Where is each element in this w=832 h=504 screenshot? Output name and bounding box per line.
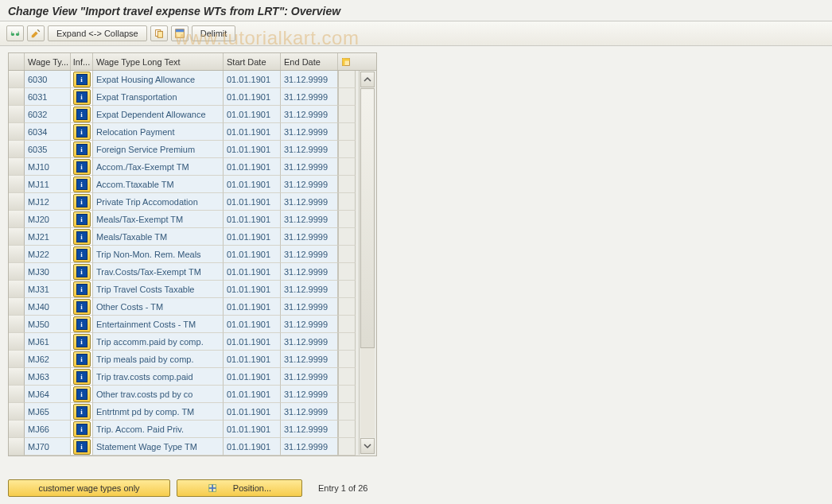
row-selector[interactable] [9, 281, 25, 298]
cell-long-text[interactable]: Accom.Ttaxable TM [93, 176, 224, 193]
cell-wage-type[interactable]: MJ12 [25, 193, 71, 211]
cell-start-date[interactable]: 01.01.1901 [224, 281, 281, 298]
cell-long-text[interactable]: Expat Housing Allowance [93, 71, 224, 88]
header-wage-type[interactable]: Wage Ty... [25, 53, 71, 70]
row-selector[interactable] [9, 386, 25, 403]
cell-long-text[interactable]: Other trav.costs pd by co [93, 386, 224, 403]
info-button[interactable]: i [73, 246, 91, 262]
row-selector[interactable] [9, 351, 25, 368]
position-button[interactable]: Position... [177, 479, 302, 497]
cell-long-text[interactable]: Meals/Taxable TM [93, 228, 224, 246]
info-button[interactable]: i [73, 351, 91, 367]
cell-wage-type[interactable]: MJ21 [25, 228, 71, 246]
cell-end-date[interactable]: 31.12.9999 [281, 421, 338, 438]
info-button[interactable]: i [73, 107, 91, 122]
cell-start-date[interactable]: 01.01.1901 [224, 386, 281, 403]
row-selector[interactable] [9, 211, 25, 228]
cell-end-date[interactable]: 31.12.9999 [281, 176, 338, 193]
info-button[interactable]: i [73, 439, 91, 455]
info-button[interactable]: i [73, 386, 91, 402]
info-button[interactable]: i [73, 142, 91, 157]
cell-end-date[interactable]: 31.12.9999 [281, 106, 338, 123]
cell-start-date[interactable]: 01.01.1901 [224, 316, 281, 333]
info-button[interactable]: i [73, 211, 91, 227]
cell-end-date[interactable]: 31.12.9999 [281, 71, 338, 88]
info-button[interactable]: i [73, 264, 91, 280]
copy-button[interactable] [150, 25, 168, 41]
cell-long-text[interactable]: Trip Non-Mon. Rem. Meals [93, 246, 224, 263]
vertical-scrollbar[interactable] [359, 71, 375, 455]
cell-long-text[interactable]: Entertainment Costs - TM [93, 316, 224, 333]
cell-long-text[interactable]: Trav.Costs/Tax-Exempt TM [93, 263, 224, 281]
cell-start-date[interactable]: 01.01.1901 [224, 263, 281, 281]
row-selector[interactable] [9, 368, 25, 386]
cell-start-date[interactable]: 01.01.1901 [224, 176, 281, 193]
cell-long-text[interactable]: Relocation Payment [93, 123, 224, 141]
header-start-date[interactable]: Start Date [224, 53, 281, 70]
cell-start-date[interactable]: 01.01.1901 [224, 211, 281, 228]
info-button[interactable]: i [73, 421, 91, 437]
cell-long-text[interactable]: Trip. Accom. Paid Priv. [93, 421, 224, 438]
header-config-button[interactable] [338, 53, 354, 70]
cell-wage-type[interactable]: MJ62 [25, 351, 71, 368]
header-long-text[interactable]: Wage Type Long Text [93, 53, 224, 70]
cell-wage-type[interactable]: MJ22 [25, 246, 71, 263]
cell-start-date[interactable]: 01.01.1901 [224, 141, 281, 158]
info-button[interactable]: i [73, 281, 91, 297]
cell-end-date[interactable]: 31.12.9999 [281, 403, 338, 421]
cell-wage-type[interactable]: MJ70 [25, 438, 71, 456]
cell-end-date[interactable]: 31.12.9999 [281, 333, 338, 351]
cell-long-text[interactable]: Other Costs - TM [93, 298, 224, 316]
row-selector[interactable] [9, 403, 25, 421]
row-selector[interactable] [9, 316, 25, 333]
cell-start-date[interactable]: 01.01.1901 [224, 106, 281, 123]
cell-wage-type[interactable]: MJ61 [25, 333, 71, 351]
scroll-down-button[interactable] [360, 438, 375, 454]
cell-end-date[interactable]: 31.12.9999 [281, 368, 338, 386]
row-selector[interactable] [9, 141, 25, 158]
scroll-up-button[interactable] [360, 72, 375, 87]
cell-wage-type[interactable]: 6031 [25, 88, 71, 106]
cell-wage-type[interactable]: MJ20 [25, 211, 71, 228]
cell-wage-type[interactable]: MJ64 [25, 386, 71, 403]
cell-wage-type[interactable]: MJ31 [25, 281, 71, 298]
row-selector[interactable] [9, 193, 25, 211]
cell-wage-type[interactable]: 6032 [25, 106, 71, 123]
cell-start-date[interactable]: 01.01.1901 [224, 228, 281, 246]
cell-start-date[interactable]: 01.01.1901 [224, 298, 281, 316]
cell-end-date[interactable]: 31.12.9999 [281, 316, 338, 333]
cell-start-date[interactable]: 01.01.1901 [224, 421, 281, 438]
cell-end-date[interactable]: 31.12.9999 [281, 158, 338, 176]
cell-start-date[interactable]: 01.01.1901 [224, 403, 281, 421]
info-button[interactable]: i [73, 159, 91, 175]
header-end-date[interactable]: End Date [281, 53, 338, 70]
row-selector[interactable] [9, 438, 25, 456]
select-button[interactable] [27, 25, 45, 41]
row-selector[interactable] [9, 298, 25, 316]
select-all-button[interactable] [171, 25, 189, 41]
cell-wage-type[interactable]: MJ65 [25, 403, 71, 421]
cell-start-date[interactable]: 01.01.1901 [224, 368, 281, 386]
info-button[interactable]: i [73, 404, 91, 420]
delimit-button[interactable]: Delimit [192, 25, 236, 41]
cell-start-date[interactable]: 01.01.1901 [224, 71, 281, 88]
cell-end-date[interactable]: 31.12.9999 [281, 298, 338, 316]
row-selector[interactable] [9, 176, 25, 193]
cell-long-text[interactable]: Trip accomm.paid by comp. [93, 333, 224, 351]
cell-wage-type[interactable]: MJ50 [25, 316, 71, 333]
header-select-all[interactable] [9, 53, 25, 70]
cell-start-date[interactable]: 01.01.1901 [224, 88, 281, 106]
row-selector[interactable] [9, 123, 25, 141]
row-selector[interactable] [9, 88, 25, 106]
cell-start-date[interactable]: 01.01.1901 [224, 351, 281, 368]
cell-long-text[interactable]: Meals/Tax-Exempt TM [93, 211, 224, 228]
cell-end-date[interactable]: 31.12.9999 [281, 211, 338, 228]
cell-end-date[interactable]: 31.12.9999 [281, 386, 338, 403]
cell-end-date[interactable]: 31.12.9999 [281, 123, 338, 141]
info-button[interactable]: i [73, 176, 91, 192]
info-button[interactable]: i [73, 316, 91, 332]
info-button[interactable]: i [73, 72, 91, 87]
cell-start-date[interactable]: 01.01.1901 [224, 333, 281, 351]
cell-long-text[interactable]: Trip meals paid by comp. [93, 351, 224, 368]
info-button[interactable]: i [73, 369, 91, 385]
